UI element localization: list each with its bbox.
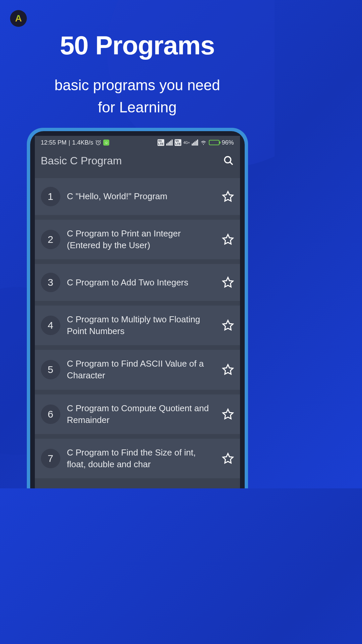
hero-title: 50 Programs [0, 30, 275, 61]
svg-marker-7 [223, 365, 233, 374]
signal-icon [166, 140, 173, 146]
item-number-badge: 3 [41, 273, 60, 292]
svg-marker-8 [223, 409, 233, 419]
search-icon[interactable] [223, 155, 234, 166]
status-left: 12:55 PM | 1.4KB/s ☺ [41, 139, 110, 146]
item-number-badge: 1 [41, 187, 60, 206]
item-title: C Program to Find the Size of int, float… [67, 447, 215, 470]
alarm-icon [95, 140, 101, 146]
item-number-badge: 5 [41, 360, 60, 379]
hero-subtitle: basic programs you need for Learning [0, 74, 275, 118]
svg-marker-5 [223, 277, 233, 287]
status-separator: | [69, 139, 70, 146]
star-icon[interactable] [222, 319, 234, 331]
program-list[interactable]: 1 C "Hello, World!" Program 2 C Program … [35, 172, 240, 488]
status-right: VoLTE VoLTE 4G+ 96% [158, 139, 234, 146]
star-icon[interactable] [222, 233, 234, 246]
item-title: C Program to Add Two Integers [67, 277, 215, 288]
star-icon[interactable] [222, 408, 234, 420]
signal-icon-2 [192, 140, 198, 146]
svg-line-2 [230, 162, 233, 165]
star-icon[interactable] [222, 452, 234, 465]
battery-percent: 96% [222, 139, 234, 146]
item-title: C Program to Print an Integer (Entered b… [67, 228, 215, 251]
network-type: 4G+ [183, 141, 190, 145]
svg-marker-6 [223, 320, 233, 330]
list-item[interactable]: 7 C Program to Find the Size of int, flo… [35, 439, 240, 478]
list-item[interactable]: 4 C Program to Multiply two Floating Poi… [35, 306, 240, 345]
star-icon[interactable] [222, 364, 234, 376]
volte-icon-2: VoLTE [175, 139, 181, 146]
list-item[interactable]: 2 C Program to Print an Integer (Entered… [35, 220, 240, 259]
item-title: C Program to Multiply two Floating Point… [67, 314, 215, 337]
phone-bezel: 12:55 PM | 1.4KB/s ☺ VoLTE VoLTE 4G+ [30, 131, 245, 488]
star-icon[interactable] [222, 191, 234, 203]
star-icon[interactable] [222, 276, 234, 288]
item-title: C Program to Compute Quotient and Remain… [67, 402, 215, 426]
app-header: Basic C Program [35, 149, 240, 172]
svg-marker-3 [223, 192, 233, 201]
item-number-badge: 2 [41, 230, 60, 249]
list-item[interactable]: 1 C "Hello, World!" Program [35, 178, 240, 215]
status-data-rate: 1.4KB/s [72, 139, 93, 146]
hero-subtitle-line1: basic programs you need [54, 77, 220, 93]
svg-marker-4 [223, 234, 233, 244]
volte-icon: VoLTE [158, 139, 164, 146]
svg-point-1 [225, 157, 231, 163]
list-item[interactable]: 6 C Program to Compute Quotient and Rema… [35, 394, 240, 434]
app-title: Basic C Program [41, 155, 122, 167]
app-indicator-icon: ☺ [103, 140, 109, 146]
battery-icon [209, 140, 220, 145]
list-item[interactable]: 5 C Program to Find ASCII Value of a Cha… [35, 350, 240, 389]
item-number-badge: 6 [41, 405, 60, 424]
status-bar: 12:55 PM | 1.4KB/s ☺ VoLTE VoLTE 4G+ [35, 136, 240, 149]
phone-mockup: 12:55 PM | 1.4KB/s ☺ VoLTE VoLTE 4G+ [27, 128, 248, 488]
list-item[interactable]: 3 C Program to Add Two Integers [35, 264, 240, 301]
phone-screen: 12:55 PM | 1.4KB/s ☺ VoLTE VoLTE 4G+ [35, 136, 240, 488]
status-time: 12:55 PM [41, 139, 67, 146]
item-title: C "Hello, World!" Program [67, 191, 215, 202]
hero-subtitle-line2: for Learning [98, 99, 177, 115]
svg-marker-9 [223, 453, 233, 463]
item-number-badge: 7 [41, 449, 60, 468]
item-title: C Program to Find ASCII Value of a Chara… [67, 358, 215, 381]
item-number-badge: 4 [41, 316, 60, 335]
wifi-icon [200, 139, 207, 146]
